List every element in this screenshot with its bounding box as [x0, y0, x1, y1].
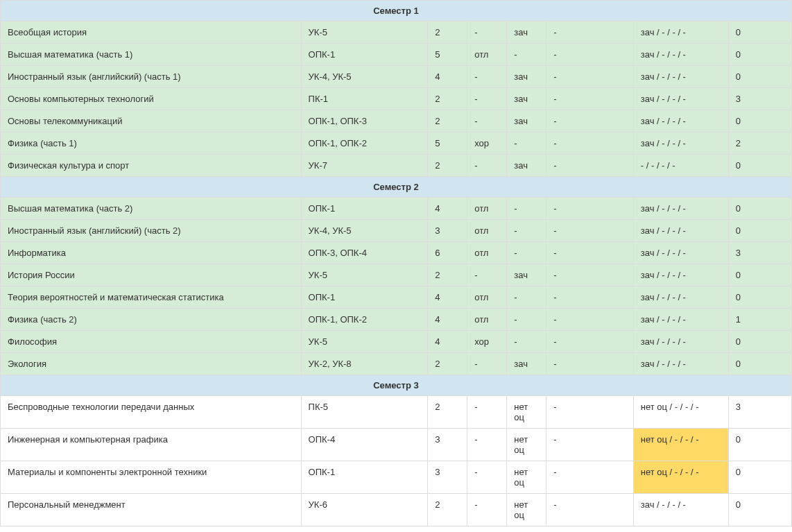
table-row: ФилософияУК-54хор--зач / - / - / -0 [1, 331, 792, 353]
cell-num: 0 [728, 66, 791, 88]
table-row: Основы телекоммуникацийОПК-1, ОПК-32-зач… [1, 110, 792, 132]
cell-zach: - [507, 198, 546, 220]
cell-competence: ОПК-1, ОПК-2 [301, 309, 428, 331]
cell-competence: ОПК-1 [301, 44, 428, 66]
cell-discipline: Инженерная и компьютерная графика [1, 429, 302, 461]
cell-zach: нет оц [507, 461, 546, 494]
cell-credits: 2 [428, 353, 467, 375]
cell-extra: - [546, 242, 634, 264]
cell-extra: - [546, 66, 634, 88]
cell-credits: 2 [428, 22, 467, 44]
cell-exam: отл [467, 198, 507, 220]
cell-summary: зач / - / - / - [633, 242, 728, 264]
cell-extra: - [546, 198, 634, 220]
cell-discipline: Материалы и компоненты электронной техни… [1, 461, 302, 494]
cell-credits: 4 [428, 198, 467, 220]
semester-title: Семестр 3 [1, 375, 792, 396]
cell-exam: - [467, 353, 507, 375]
cell-summary: зач / - / - / - [633, 286, 728, 309]
table-row: Инженерная и компьютерная графикаОПК-43-… [1, 429, 792, 461]
cell-num: 3 [728, 88, 791, 110]
cell-exam: хор [467, 132, 507, 155]
table-row: Высшая математика (часть 1)ОПК-15отл--за… [1, 44, 792, 66]
cell-summary: зач / - / - / - [633, 353, 728, 375]
cell-extra: - [546, 22, 634, 44]
cell-competence: ОПК-1 [301, 286, 428, 309]
table-row: ЭкологияУК-2, УК-82-зач-зач / - / - / -0 [1, 353, 792, 375]
cell-credits: 2 [428, 110, 467, 132]
cell-competence: УК-4, УК-5 [301, 220, 428, 242]
cell-discipline: Высшая математика (часть 2) [1, 198, 302, 220]
cell-num: 0 [728, 155, 791, 177]
cell-zach: зач [507, 110, 546, 132]
cell-num: 3 [728, 396, 791, 429]
cell-extra: - [546, 44, 634, 66]
cell-competence: УК-6 [301, 494, 428, 526]
cell-summary: зач / - / - / - [633, 264, 728, 286]
cell-exam: - [467, 461, 507, 494]
cell-exam: - [467, 88, 507, 110]
cell-extra: - [546, 353, 634, 375]
cell-discipline: Философия [1, 331, 302, 353]
table-row: Иностранный язык (английский) (часть 1)У… [1, 66, 792, 88]
cell-summary: зач / - / - / - [633, 309, 728, 331]
cell-extra: - [546, 110, 634, 132]
cell-num: 0 [728, 264, 791, 286]
cell-zach: зач [507, 353, 546, 375]
cell-zach: нет оц [507, 494, 546, 526]
cell-exam: - [467, 66, 507, 88]
cell-summary: зач / - / - / - [633, 22, 728, 44]
table-row: Персональный менеджментУК-62-нет оц-зач … [1, 494, 792, 526]
cell-exam: - [467, 110, 507, 132]
cell-zach: зач [507, 66, 546, 88]
cell-summary: нет оц / - / - / - [633, 429, 728, 461]
cell-exam: - [467, 264, 507, 286]
cell-discipline: Всеобщая история [1, 22, 302, 44]
cell-exam: отл [467, 44, 507, 66]
cell-exam: хор [467, 331, 507, 353]
cell-competence: ОПК-1, ОПК-2 [301, 132, 428, 155]
cell-extra: - [546, 132, 634, 155]
cell-discipline: Персональный менеджмент [1, 494, 302, 526]
cell-credits: 2 [428, 88, 467, 110]
cell-zach: нет оц [507, 396, 546, 429]
cell-credits: 6 [428, 242, 467, 264]
cell-zach: зач [507, 88, 546, 110]
cell-num: 0 [728, 110, 791, 132]
cell-credits: 3 [428, 429, 467, 461]
cell-competence: УК-5 [301, 264, 428, 286]
cell-summary: нет оц / - / - / - [633, 396, 728, 429]
cell-competence: ОПК-1 [301, 461, 428, 494]
cell-competence: УК-5 [301, 331, 428, 353]
cell-extra: - [546, 220, 634, 242]
cell-credits: 5 [428, 132, 467, 155]
cell-num: 0 [728, 198, 791, 220]
cell-extra: - [546, 88, 634, 110]
semester-header: Семестр 2 [1, 177, 792, 198]
table-row: Физическая культура и спортУК-72-зач-- /… [1, 155, 792, 177]
cell-zach: - [507, 286, 546, 309]
table-row: Материалы и компоненты электронной техни… [1, 461, 792, 494]
cell-num: 0 [728, 353, 791, 375]
cell-credits: 4 [428, 286, 467, 309]
cell-competence: ПК-1 [301, 88, 428, 110]
cell-exam: - [467, 429, 507, 461]
cell-zach: - [507, 309, 546, 331]
cell-discipline: Физическая культура и спорт [1, 155, 302, 177]
cell-zach: нет оц [507, 429, 546, 461]
cell-summary: зач / - / - / - [633, 331, 728, 353]
cell-zach: - [507, 44, 546, 66]
cell-competence: ОПК-1, ОПК-3 [301, 110, 428, 132]
cell-competence: ПК-5 [301, 396, 428, 429]
table-row: Физика (часть 1)ОПК-1, ОПК-25хор--зач / … [1, 132, 792, 155]
cell-extra: - [546, 461, 634, 494]
cell-zach: - [507, 132, 546, 155]
cell-extra: - [546, 396, 634, 429]
grades-table: Семестр 1Всеобщая историяУК-52-зач-зач /… [0, 0, 792, 526]
cell-summary: зач / - / - / - [633, 494, 728, 526]
cell-discipline: Физика (часть 1) [1, 132, 302, 155]
table-row: Основы компьютерных технологийПК-12-зач-… [1, 88, 792, 110]
cell-discipline: Информатика [1, 242, 302, 264]
table-row: История РоссииУК-52-зач-зач / - / - / -0 [1, 264, 792, 286]
cell-extra: - [546, 309, 634, 331]
